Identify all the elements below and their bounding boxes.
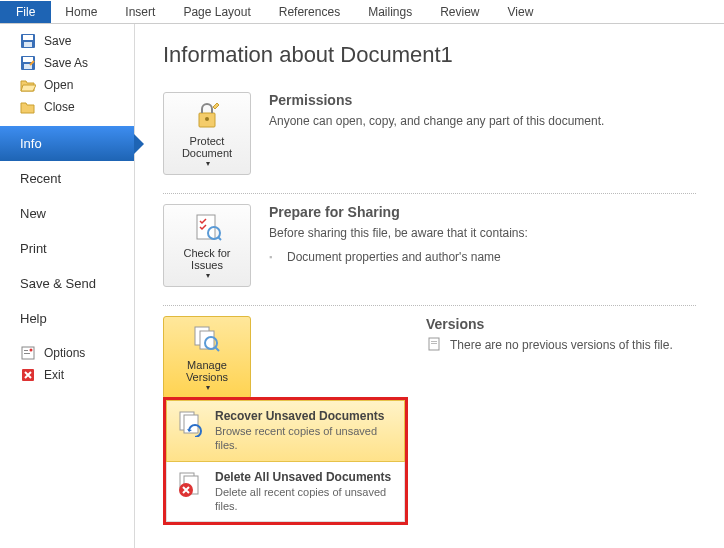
svg-point-9: [30, 349, 33, 352]
nav-help[interactable]: Help: [0, 301, 134, 336]
svg-rect-1: [23, 35, 33, 40]
tab-references[interactable]: References: [265, 1, 354, 23]
nav-close[interactable]: Close: [0, 96, 134, 118]
nav-new[interactable]: New: [0, 196, 134, 231]
section-title: Prepare for Sharing: [269, 204, 696, 220]
svg-rect-7: [24, 350, 28, 351]
nav-save[interactable]: Save: [0, 30, 134, 52]
ribbon-tabs: File Home Insert Page Layout References …: [0, 0, 724, 24]
svg-rect-26: [431, 341, 437, 342]
tab-mailings[interactable]: Mailings: [354, 1, 426, 23]
section-sharing: Check for Issues▾ Prepare for Sharing Be…: [163, 193, 696, 305]
backstage-nav: Save Save As Open Close Info Recent New …: [0, 24, 135, 548]
dropdown-title: Delete All Unsaved Documents: [215, 470, 394, 484]
nav-label: Save As: [44, 56, 88, 70]
delete-unsaved-item[interactable]: Delete All Unsaved Documents Delete all …: [166, 462, 405, 523]
section-title: Permissions: [269, 92, 696, 108]
svg-rect-27: [431, 343, 437, 344]
chevron-down-icon: ▾: [206, 159, 210, 168]
section-text: There are no previous versions of this f…: [450, 336, 673, 354]
check-issues-button[interactable]: Check for Issues▾: [163, 204, 251, 287]
section-title: Versions: [426, 316, 696, 332]
manage-versions-button[interactable]: Manage Versions▾: [163, 316, 251, 399]
section-permissions: Protect Document▾ Permissions Anyone can…: [163, 88, 696, 193]
section-text: Anyone can open, copy, and change any pa…: [269, 112, 696, 130]
section-text: Before sharing this file, be aware that …: [269, 224, 696, 242]
tab-home[interactable]: Home: [51, 1, 111, 23]
saveas-icon: [20, 55, 36, 71]
recover-icon: [177, 409, 205, 437]
section-versions: Manage Versions▾ Recover Unsaved Documen…: [163, 305, 696, 529]
open-icon: [20, 77, 36, 93]
svg-rect-8: [24, 353, 30, 354]
chevron-down-icon: ▾: [206, 271, 210, 280]
nav-exit[interactable]: Exit: [0, 364, 134, 386]
nav-recent[interactable]: Recent: [0, 161, 134, 196]
dropdown-subtitle: Delete all recent copies of unsaved file…: [215, 485, 394, 514]
button-label: Protect Document: [182, 135, 232, 159]
button-label: Manage Versions: [186, 359, 228, 383]
nav-label: Options: [44, 346, 85, 360]
document-icon: [426, 336, 442, 352]
checklist-icon: [191, 211, 223, 243]
delete-icon: [177, 470, 205, 498]
close-icon: [20, 99, 36, 115]
svg-line-15: [218, 237, 221, 240]
nav-label: Save: [44, 34, 71, 48]
svg-rect-2: [24, 42, 32, 47]
content-pane: Information about Document1 Protect Docu…: [135, 24, 724, 548]
lock-icon: [191, 99, 223, 131]
tab-review[interactable]: Review: [426, 1, 493, 23]
button-label: Check for Issues: [183, 247, 230, 271]
nav-print[interactable]: Print: [0, 231, 134, 266]
nav-open[interactable]: Open: [0, 74, 134, 96]
tab-insert[interactable]: Insert: [111, 1, 169, 23]
sharing-list-item: Document properties and author's name: [269, 248, 696, 267]
page-title: Information about Document1: [163, 42, 696, 68]
nav-label: Exit: [44, 368, 64, 382]
save-icon: [20, 33, 36, 49]
chevron-down-icon: ▾: [206, 383, 210, 392]
protect-document-button[interactable]: Protect Document▾: [163, 92, 251, 175]
options-icon: [20, 345, 36, 361]
versions-icon: [191, 323, 223, 355]
nav-save-send[interactable]: Save & Send: [0, 266, 134, 301]
svg-line-19: [215, 347, 219, 351]
dropdown-title: Recover Unsaved Documents: [215, 409, 394, 423]
dropdown-subtitle: Browse recent copies of unsaved files.: [215, 424, 394, 453]
nav-label: Open: [44, 78, 73, 92]
tab-view[interactable]: View: [494, 1, 548, 23]
versions-dropdown: Recover Unsaved Documents Browse recent …: [163, 397, 408, 525]
nav-label: Close: [44, 100, 75, 114]
recover-unsaved-item[interactable]: Recover Unsaved Documents Browse recent …: [166, 400, 405, 462]
tab-page-layout[interactable]: Page Layout: [169, 1, 264, 23]
svg-point-12: [205, 117, 209, 121]
svg-rect-4: [23, 57, 33, 62]
nav-save-as[interactable]: Save As: [0, 52, 134, 74]
tab-file[interactable]: File: [0, 1, 51, 23]
exit-icon: [20, 367, 36, 383]
nav-options[interactable]: Options: [0, 342, 134, 364]
nav-info[interactable]: Info: [0, 126, 134, 161]
